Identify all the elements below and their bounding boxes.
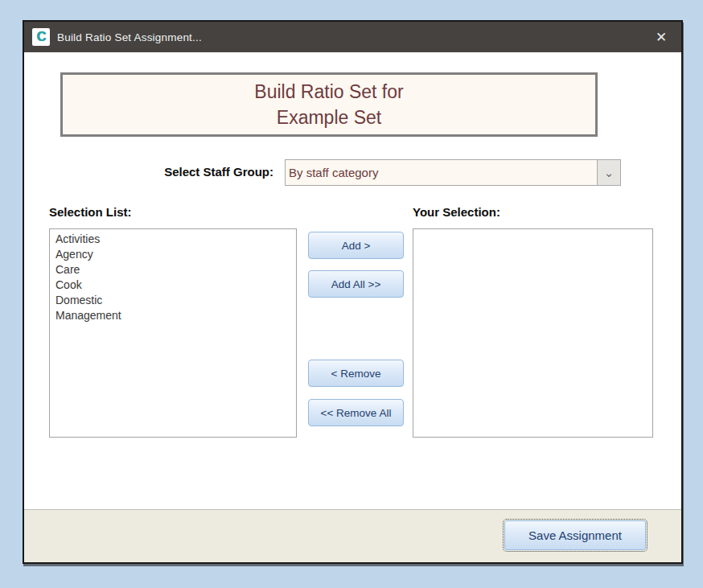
dialog-body: Build Ratio Set for Example Set Select S… [24, 52, 681, 509]
list-item[interactable]: Agency [50, 247, 296, 262]
header-line-2: Example Set [277, 106, 381, 129]
selection-list-label: Selection List: [49, 205, 132, 219]
save-assignment-button[interactable]: Save Assignment [504, 520, 646, 550]
remove-all-button[interactable]: << Remove All [308, 399, 404, 426]
build-ratio-set-dialog: C Build Ratio Set Assignment... ✕ Build … [23, 20, 683, 564]
close-icon[interactable]: ✕ [649, 27, 673, 47]
your-selection-label: Your Selection: [413, 205, 500, 219]
staff-group-selected-value: By staff category [286, 160, 597, 185]
your-selection-listbox[interactable] [413, 228, 653, 438]
header-line-1: Build Ratio Set for [254, 80, 403, 103]
add-button[interactable]: Add > [308, 232, 404, 259]
list-item[interactable]: Management [50, 308, 296, 323]
staff-group-dropdown[interactable]: By staff category ⌄ [285, 159, 621, 186]
add-all-button[interactable]: Add All >> [308, 270, 404, 298]
list-item[interactable]: Domestic [50, 293, 296, 308]
remove-button[interactable]: < Remove [308, 360, 404, 387]
titlebar[interactable]: C Build Ratio Set Assignment... ✕ [24, 22, 681, 52]
staff-group-label: Select Staff Group: [113, 165, 273, 179]
list-item[interactable]: Activities [50, 232, 296, 247]
footer-bar: Save Assignment [24, 509, 681, 562]
header-box: Build Ratio Set for Example Set [60, 72, 598, 137]
app-icon-letter: C [36, 30, 46, 44]
app-icon: C [32, 28, 50, 46]
chevron-down-icon[interactable]: ⌄ [597, 160, 620, 185]
selection-listbox[interactable]: ActivitiesAgencyCareCookDomesticManageme… [49, 228, 297, 438]
list-item[interactable]: Cook [50, 278, 296, 293]
window-title: Build Ratio Set Assignment... [57, 31, 202, 43]
list-item[interactable]: Care [50, 262, 296, 278]
